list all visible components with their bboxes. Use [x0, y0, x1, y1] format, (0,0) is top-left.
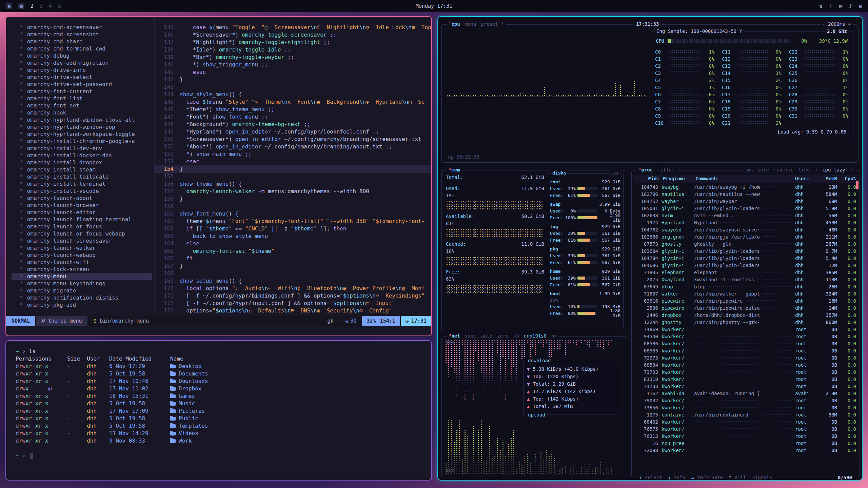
file-item[interactable]: *omarchy-menu-keybindings — [20, 280, 154, 287]
file-item[interactable]: *omarchy-drive-set-password — [20, 81, 154, 88]
code-line[interactable]: 141 esac — [155, 68, 431, 76]
code-line[interactable]: 146 *Theme*) show_theme_menu ;; — [155, 106, 431, 113]
code-line[interactable]: 167} — [155, 262, 431, 270]
code-line[interactable]: 171 [ -f ~/.config/hypr/bindings.conf ] … — [155, 292, 431, 300]
file-item[interactable]: *omarchy-launch-webapp — [20, 251, 154, 259]
preset-button[interactable]: preset * — [481, 21, 504, 27]
per-core-toggle[interactable]: per-core — [746, 167, 769, 172]
code-line[interactable]: 145 case $(menu "Style" "✎ Theme\nᴀ Font… — [155, 98, 431, 106]
file-item[interactable]: *omarchy-cmd-screenshot — [20, 31, 154, 38]
menu-button[interactable]: menu — [465, 21, 476, 27]
process-row[interactable]: 104762 swayosd- /usr/bin/swayosd-server … — [634, 226, 857, 233]
file-item[interactable]: *omarchy-launch-walker — [20, 244, 154, 251]
process-row[interactable]: 1974 Hyprland Hyprland dhh 453M 0.0 — [634, 219, 857, 226]
tree-toggle[interactable]: tree — [798, 167, 810, 172]
file-item[interactable]: *omarchy-font-current — [20, 88, 154, 95]
file-item[interactable]: *omarchy-hyprland-window-close-all — [20, 116, 154, 123]
process-row[interactable]: 73656 kworker/ root 0B 0.0 — [634, 404, 857, 411]
file-item[interactable]: *omarchy-hyprland-window-pop — [20, 123, 154, 130]
workspace-button-4[interactable]: 4 — [49, 3, 52, 9]
code-line[interactable]: 143 — [155, 83, 431, 91]
process-row[interactable]: 74869 kworker/ root 0B 0.0 — [634, 326, 857, 333]
command-line[interactable] — [6, 326, 431, 336]
process-row[interactable]: 73703 kworker/ root 0B 0.0 — [634, 368, 857, 375]
bluetooth-icon[interactable]: ᛒ — [829, 3, 832, 9]
code-line[interactable]: 136 *Screensaver*) omarchy-toggle-screen… — [155, 31, 431, 39]
io-toggle[interactable]: io — [611, 170, 620, 176]
code-line[interactable]: 162 if [[ "$theme" == "CNCLD" || -z "$th… — [155, 225, 431, 232]
display-icon[interactable]: ▤ — [839, 3, 842, 9]
file-item[interactable]: *omarchy-hook — [20, 109, 154, 116]
process-row[interactable]: 87573 ghostty ghostty --gtk- dhh 367M 0.… — [634, 240, 857, 247]
net-zero-toggle[interactable]: zero — [497, 333, 509, 339]
process-row[interactable]: 68586 kworker/ root 0B 0.0 — [634, 340, 857, 347]
code-line[interactable]: 170 local options="♪ Audio\n≈ Wifi\nᛒ Bl… — [155, 285, 431, 292]
process-row[interactable]: 102796 nautilus /usr/bin/nautilus --new … — [634, 190, 857, 198]
file-item[interactable]: *omarchy-launch-about — [20, 195, 154, 202]
file-item[interactable]: *omarchy-cmd-share — [20, 38, 154, 45]
file-item[interactable]: *omarchy-launch-or-focus-webapp — [20, 230, 154, 237]
file-item[interactable]: *omarchy-launch-floating-terminal- — [20, 216, 154, 223]
code-line[interactable]: 166 fi — [155, 255, 431, 262]
process-row[interactable]: 76575 kworker/ root 0B 0.0 — [634, 425, 857, 432]
file-item[interactable]: *omarchy-install-tailscale — [20, 173, 154, 180]
power-icon[interactable]: ◉ — [859, 3, 862, 9]
file-item[interactable]: *omarchy-notification-dismiss — [20, 294, 154, 301]
interval-minus-button[interactable]: - — [823, 21, 825, 27]
process-row[interactable]: 104696 glycin-i /usr/lib/glycin-loaders … — [634, 262, 857, 269]
file-item[interactable]: *omarchy-lock-screen — [20, 266, 154, 273]
process-row[interactable]: 105031 glycin-i /usr/lib/glycin-loaders … — [634, 205, 857, 212]
code-line[interactable]: 144show_style_menu() { — [155, 91, 431, 98]
process-row[interactable]: 1275 containe /usr/bin/containerd root 5… — [634, 411, 857, 418]
process-row[interactable]: 1162 avahi-da avahi-daemon: running [ av… — [634, 390, 857, 397]
code-line[interactable]: 154} — [155, 165, 431, 173]
process-row[interactable]: 72088 kworker/ root 0B 0.0 — [634, 447, 857, 452]
process-row[interactable]: 76313 kworker/ root 0B 0.0 — [634, 432, 857, 440]
iface-next-button[interactable]: n› — [551, 333, 557, 339]
process-row[interactable]: 71837 walker /usr/bin/walker --gappl dhh… — [634, 290, 857, 297]
file-item[interactable]: *omarchy-install-dev-env — [20, 145, 154, 152]
process-row[interactable]: 2075 Xwayland Xwayland :1 -rootless - dh… — [634, 276, 857, 283]
process-row[interactable]: 68402 kworker/ root 0B 0.0 — [634, 418, 857, 425]
filter-button[interactable]: filter — [657, 167, 675, 172]
code-line[interactable]: 159 — [155, 203, 431, 210]
network-icon[interactable]: ⇅ — [820, 3, 823, 9]
process-row[interactable]: 72073 kworker/ root 0B 0.0 — [634, 354, 857, 361]
file-item[interactable]: *omarchy-launch-browser — [20, 202, 154, 209]
process-row[interactable]: 102866 org.gnom /usr/bin/gjs /usr/lib/o … — [634, 233, 857, 240]
code-line[interactable]: 151 *About*) open_in_editor ~/.config/om… — [155, 143, 431, 150]
file-item[interactable]: *omarchy-migrate — [20, 287, 154, 294]
code-line[interactable]: 152 *) show_main_menu ;; — [155, 150, 431, 158]
code-line[interactable]: 157 omarchy-launch-walker -m menus:omarc… — [155, 188, 431, 195]
workspace-button-5[interactable]: 5 — [58, 3, 61, 9]
code-line[interactable]: 168 — [155, 270, 431, 277]
file-item[interactable]: *omarchy-install-chromium-google-a — [20, 138, 154, 145]
file-item[interactable]: *omarchy-drive-info — [20, 66, 154, 74]
file-item[interactable]: *omarchy-cmd-screensaver — [20, 24, 154, 31]
code-line[interactable]: 173 options="$options\n↻ Defaults\n⚑ DNS… — [155, 307, 431, 314]
process-row[interactable]: 87649 btop btop dhh 26M 0.0 — [634, 283, 857, 290]
file-item[interactable]: *omarchy-launch-or-focus — [20, 223, 154, 230]
net-auto-toggle[interactable]: auto — [481, 333, 492, 339]
file-item[interactable]: *omarchy-font-list — [20, 95, 154, 102]
process-row[interactable]: 104784 glycin-i /usr/lib/glycin-loaders … — [634, 255, 857, 262]
net-sync-toggle[interactable]: sync — [465, 333, 476, 339]
file-item[interactable]: *omarchy-drive-select — [20, 74, 154, 81]
process-row[interactable]: 16 rcu_pree root 0B 0.0 — [634, 440, 857, 447]
process-row[interactable]: 63816 pipewire /usr/bin/pipewire dhh 16M… — [634, 297, 857, 304]
file-item[interactable]: *omarchy-font-set — [20, 102, 154, 109]
prompt-line[interactable]: ~ › — [16, 452, 422, 460]
code-line[interactable]: 169show_setup_menu() { — [155, 277, 431, 285]
file-item[interactable]: *omarchy-launch-wifi — [20, 259, 154, 266]
process-row[interactable]: 2446 dropbox /home/dhh/.dropbox-dist dhh… — [634, 311, 857, 319]
code-line[interactable]: 138 *Idle*) omarchy-toggle-idle ;; — [155, 46, 431, 54]
file-item[interactable]: *omarchy-launch-editor — [20, 209, 154, 216]
file-item[interactable]: *omarchy-install-terminal — [20, 180, 154, 187]
reverse-toggle[interactable]: reverse — [774, 167, 794, 172]
code-line[interactable]: 155 — [155, 173, 431, 180]
process-row[interactable]: 94540 kworker/ root 0B 0.0 — [634, 333, 857, 340]
code-line[interactable]: 165 omarchy-font-set "$theme" — [155, 247, 431, 255]
process-row[interactable]: 2586 pipewire /usr/bin/pipewire-pulse dh… — [634, 304, 857, 311]
workspace-button-3[interactable]: 3 — [40, 3, 43, 9]
file-item[interactable]: *omarchy-hyprland-workspace-toggle — [20, 130, 154, 138]
